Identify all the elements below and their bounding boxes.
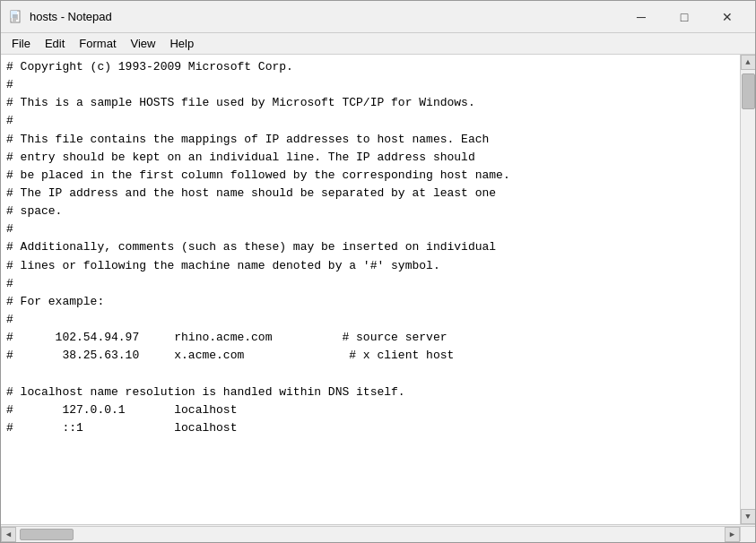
scroll-left-arrow[interactable]: ◀: [1, 527, 16, 542]
close-button[interactable]: ✕: [707, 4, 748, 30]
horizontal-scrollbar[interactable]: ◀ ▶: [1, 526, 740, 541]
editor-area: ▲ ▼: [1, 55, 755, 524]
scroll-track-horizontal[interactable]: [16, 527, 725, 541]
menu-format[interactable]: Format: [72, 35, 123, 52]
text-editor[interactable]: [1, 55, 740, 524]
scroll-track-vertical[interactable]: [741, 70, 755, 509]
menu-edit[interactable]: Edit: [38, 35, 72, 52]
scroll-corner: [740, 526, 755, 541]
menu-file[interactable]: File: [4, 35, 38, 52]
scroll-up-arrow[interactable]: ▲: [741, 55, 756, 70]
title-bar: hosts - Notepad ─ □ ✕: [1, 1, 755, 33]
notepad-window: hosts - Notepad ─ □ ✕ File Edit Format V…: [0, 0, 756, 543]
menu-bar: File Edit Format View Help: [1, 33, 755, 55]
window-title: hosts - Notepad: [30, 10, 621, 23]
scroll-right-arrow[interactable]: ▶: [725, 527, 740, 542]
vertical-scrollbar[interactable]: ▲ ▼: [740, 55, 755, 524]
maximize-button[interactable]: □: [664, 4, 705, 30]
menu-view[interactable]: View: [124, 35, 163, 52]
minimize-button[interactable]: ─: [621, 4, 662, 30]
menu-help[interactable]: Help: [162, 35, 201, 52]
scroll-thumb-horizontal[interactable]: [20, 529, 74, 540]
app-icon: [8, 9, 24, 25]
scroll-down-arrow[interactable]: ▼: [741, 509, 756, 524]
window-controls: ─ □ ✕: [621, 4, 748, 30]
scroll-thumb-vertical[interactable]: [742, 73, 755, 109]
bottom-bar: ◀ ▶: [1, 524, 755, 542]
